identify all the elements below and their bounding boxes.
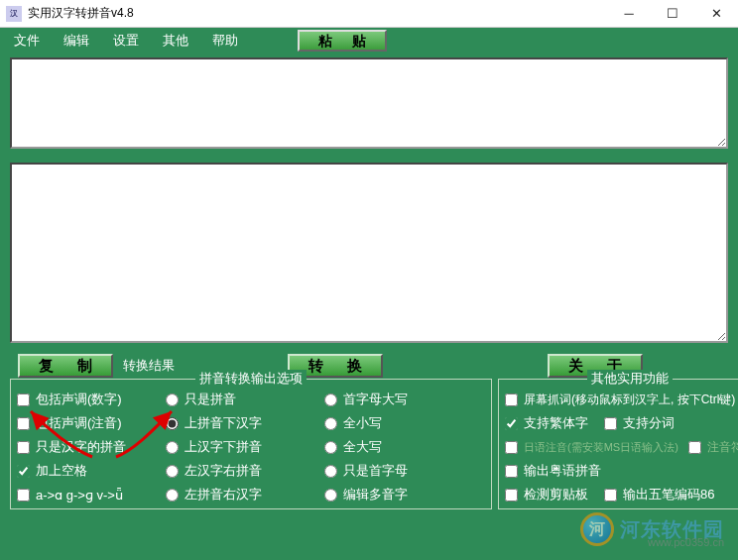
opt-case-upper-label: 全大写 bbox=[343, 438, 382, 456]
menu-other[interactable]: 其他 bbox=[153, 29, 198, 53]
opt-tone-number-label: 包括声调(数字) bbox=[36, 391, 122, 408]
input-area-wrap bbox=[10, 57, 728, 153]
opt-layout-pinyin-top[interactable]: 上拼音下汉字 bbox=[166, 413, 324, 433]
opt-layout-hanzi-top-label: 上汉字下拼音 bbox=[184, 438, 262, 456]
opt-only-hanzi-pinyin-label: 只是汉字的拼音 bbox=[36, 438, 126, 456]
opt-case-lower[interactable]: 全小写 bbox=[324, 413, 485, 433]
opt-case-initial-label: 只是首字母 bbox=[343, 462, 408, 480]
menu-settings[interactable]: 设置 bbox=[103, 29, 149, 53]
opt-clipboard-label: 检测剪贴板 bbox=[524, 486, 588, 504]
opt-case-capfirst[interactable]: 首字母大写 bbox=[324, 390, 485, 409]
opt-traditional[interactable]: 支持繁体字 bbox=[505, 413, 588, 433]
maximize-button[interactable]: ☐ bbox=[651, 0, 694, 27]
menu-file[interactable]: 文件 bbox=[4, 29, 50, 53]
opt-layout-hanzi-left-label: 左汉字右拼音 bbox=[184, 462, 262, 480]
opt-tone-number[interactable]: 包括声调(数字) bbox=[17, 390, 166, 409]
output-textarea[interactable] bbox=[10, 163, 728, 343]
opt-add-space-label: 加上空格 bbox=[36, 462, 87, 480]
opt-char-replace[interactable]: a->ɑ g->ɡ v->ǖ bbox=[17, 485, 166, 504]
paste-button[interactable]: 粘 贴 bbox=[298, 30, 387, 52]
opt-char-replace-label: a->ɑ g->ɡ v->ǖ bbox=[36, 488, 123, 503]
opt-japanese[interactable]: 日语注音(需安装MS日语输入法) bbox=[505, 437, 678, 457]
opt-case-capfirst-label: 首字母大写 bbox=[343, 391, 408, 408]
group-other-features: 其他实用功能 屏幕抓词(移动鼠标到汉字上, 按下Ctrl键) 支持繁体字 支持分… bbox=[498, 379, 738, 509]
opt-cantonese-label: 输出粤语拼音 bbox=[524, 462, 601, 480]
window-title: 实用汉字转拼音v4.8 bbox=[28, 5, 607, 22]
opt-screen-grab-label: 屏幕抓词(移动鼠标到汉字上, 按下Ctrl键) bbox=[524, 392, 735, 408]
opt-tone-zhuyin[interactable]: 包括声调(注音) bbox=[17, 413, 166, 433]
watermark-url: www.pc0359.cn bbox=[648, 536, 724, 548]
opt-wubi86[interactable]: 输出五笔编码86 bbox=[604, 485, 714, 504]
opt-case-upper[interactable]: 全大写 bbox=[324, 437, 485, 457]
opt-layout-only-pinyin[interactable]: 只是拼音 bbox=[166, 390, 324, 409]
output-area-wrap bbox=[10, 157, 728, 347]
group-pinyin-options: 拼音转换输出选项 包括声调(数字) 包括声调(注音) 只是汉字的拼音 加上空格 … bbox=[10, 379, 492, 509]
menu-help[interactable]: 帮助 bbox=[202, 29, 248, 53]
watermark-logo-icon: 河 bbox=[580, 512, 614, 546]
options-area: 拼音转换输出选项 包括声调(数字) 包括声调(注音) 只是汉字的拼音 加上空格 … bbox=[0, 379, 738, 515]
titlebar: 汉 实用汉字转拼音v4.8 ─ ☐ ✕ bbox=[0, 0, 738, 28]
opt-japanese-label: 日语注音(需安装MS日语输入法) bbox=[524, 440, 678, 455]
group-pinyin-legend: 拼音转换输出选项 bbox=[195, 370, 307, 388]
opt-layout-only-pinyin-label: 只是拼音 bbox=[184, 391, 236, 408]
opt-wubi86-label: 输出五笔编码86 bbox=[623, 486, 714, 504]
copy-button[interactable]: 复 制 bbox=[18, 354, 113, 378]
minimize-button[interactable]: ─ bbox=[607, 0, 651, 27]
group-other-legend: 其他实用功能 bbox=[587, 370, 673, 388]
close-button[interactable]: ✕ bbox=[694, 0, 738, 27]
window-buttons: ─ ☐ ✕ bbox=[607, 0, 738, 27]
watermark: 河 河东软件园 www.pc0359.cn bbox=[580, 512, 724, 546]
menu-edit[interactable]: 编辑 bbox=[54, 29, 99, 53]
opt-case-initial[interactable]: 只是首字母 bbox=[324, 461, 485, 481]
opt-layout-pinyin-left-label: 左拼音右汉字 bbox=[184, 486, 262, 504]
opt-clipboard[interactable]: 检测剪贴板 bbox=[505, 485, 588, 504]
opt-layout-pinyin-left[interactable]: 左拼音右汉字 bbox=[166, 485, 324, 504]
opt-case-lower-label: 全小写 bbox=[343, 414, 382, 432]
menubar: 文件 编辑 设置 其他 帮助 粘 贴 bbox=[0, 28, 738, 54]
opt-edit-polyphone-label: 编辑多音字 bbox=[343, 486, 408, 504]
app-icon: 汉 bbox=[6, 6, 22, 22]
opt-only-hanzi-pinyin[interactable]: 只是汉字的拼音 bbox=[17, 437, 166, 457]
opt-zhuyin-symbol[interactable]: 注音符号 bbox=[688, 437, 738, 457]
opt-screen-grab[interactable]: 屏幕抓词(移动鼠标到汉字上, 按下Ctrl键) bbox=[505, 390, 738, 409]
opt-layout-pinyin-top-label: 上拼音下汉字 bbox=[184, 414, 262, 432]
opt-layout-hanzi-left[interactable]: 左汉字右拼音 bbox=[166, 461, 324, 481]
opt-cantonese[interactable]: 输出粤语拼音 bbox=[505, 461, 738, 481]
opt-segmentation[interactable]: 支持分词 bbox=[604, 413, 675, 433]
opt-segmentation-label: 支持分词 bbox=[623, 414, 675, 432]
opt-traditional-label: 支持繁体字 bbox=[524, 414, 588, 432]
input-textarea[interactable] bbox=[10, 57, 728, 149]
opt-zhuyin-symbol-label: 注音符号 bbox=[707, 439, 738, 456]
opt-add-space[interactable]: 加上空格 bbox=[17, 461, 166, 481]
opt-edit-polyphone[interactable]: 编辑多音字 bbox=[324, 485, 485, 504]
result-label: 转换结果 bbox=[123, 357, 175, 375]
opt-tone-zhuyin-label: 包括声调(注音) bbox=[36, 414, 122, 432]
opt-layout-hanzi-top[interactable]: 上汉字下拼音 bbox=[166, 437, 324, 457]
